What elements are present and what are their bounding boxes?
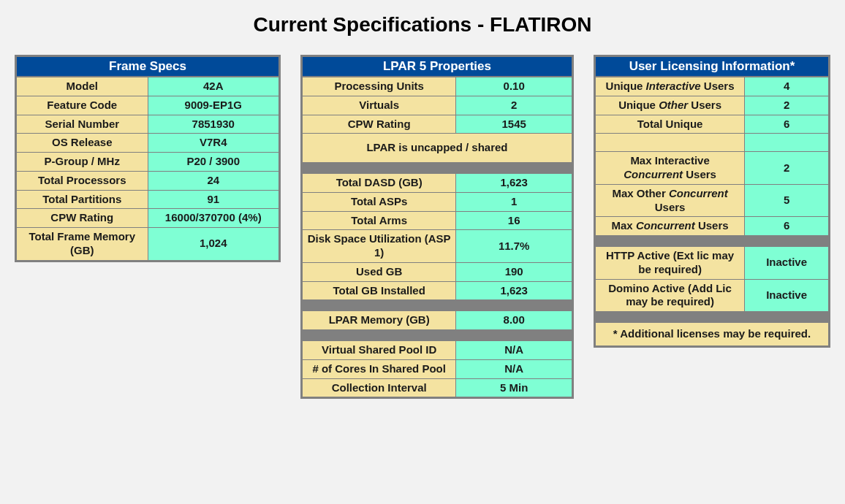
columns-container: Frame Specs Model42A Feature Code9009-EP… [0, 55, 845, 399]
table-row: HTTP Active (Ext lic may be required) In… [596, 247, 829, 280]
table-row: Domino Active (Add Lic may be required) … [596, 279, 829, 312]
lpar-header: LPAR 5 Properties [302, 56, 572, 77]
unique-other-label: Unique Other Users [596, 96, 745, 115]
licensing-panel: User Licensing Information* Unique Inter… [594, 55, 830, 348]
table-row: Total ASPs1 [303, 192, 572, 211]
table-row: Feature Code9009-EP1G [17, 96, 279, 115]
table-row: LPAR Memory (GB)8.00 [303, 311, 572, 330]
table-row: Virtual Shared Pool IDN/A [303, 341, 572, 360]
section-divider [303, 330, 572, 341]
table-row: Max Other Concurrent Users 5 [596, 184, 829, 217]
table-row: OS ReleaseV7R4 [17, 134, 279, 153]
table-row: Total GB Installed1,623 [303, 281, 572, 300]
table-row: Total Processors24 [17, 171, 279, 190]
page-title: Current Specifications - FLATIRON [0, 0, 845, 55]
table-row: Total Arms16 [303, 211, 572, 230]
frame-specs-table: Model42A Feature Code9009-EP1G Serial Nu… [16, 77, 279, 261]
section-divider [303, 163, 572, 174]
table-row: Total DASD (GB)1,623 [303, 174, 572, 193]
lpar-table: Processing Units0.10 Virtuals2 CPW Ratin… [302, 77, 572, 397]
table-row: Total Unique 6 [596, 115, 829, 134]
licensing-footnote: * Additional licenses may be required. [596, 323, 829, 346]
table-row: CPW Rating16000/370700 (4%) [17, 209, 279, 228]
blank-row [596, 134, 829, 152]
table-row: Unique Other Users 2 [596, 96, 829, 115]
lpar-properties-panel: LPAR 5 Properties Processing Units0.10 V… [300, 55, 574, 399]
max-other-label: Max Other Concurrent Users [596, 184, 745, 217]
section-divider [303, 300, 572, 311]
lpar-note: LPAR is uncapped / shared [303, 134, 572, 163]
table-row: Serial Number7851930 [17, 115, 279, 134]
table-row: Disk Space Utilization (ASP 1)11.7% [303, 230, 572, 263]
frame-specs-header: Frame Specs [16, 56, 279, 77]
section-divider [596, 236, 829, 247]
table-row: Total Partitions91 [17, 190, 279, 209]
table-row: P-Group / MHzP20 / 3900 [17, 153, 279, 172]
max-interactive-label: Max Interactive Concurrent Users [596, 152, 745, 185]
unique-interactive-label: Unique Interactive Users [596, 77, 745, 96]
frame-specs-panel: Frame Specs Model42A Feature Code9009-EP… [15, 55, 281, 262]
table-row: Used GB190 [303, 262, 572, 281]
table-row: CPW Rating1545 [303, 115, 572, 134]
table-row: Max Concurrent Users 6 [596, 217, 829, 236]
table-row: Max Interactive Concurrent Users 2 [596, 152, 829, 185]
max-concurrent-label: Max Concurrent Users [596, 217, 745, 236]
table-row: Total Frame Memory (GB)1,024 [17, 228, 279, 261]
table-row: Model42A [17, 77, 279, 96]
table-row: Collection Interval5 Min [303, 378, 572, 397]
table-row: # of Cores In Shared PoolN/A [303, 359, 572, 378]
table-row: Virtuals2 [303, 96, 572, 115]
table-row: Unique Interactive Users 4 [596, 77, 829, 96]
licensing-table: Unique Interactive Users 4 Unique Other … [595, 77, 829, 346]
section-divider [596, 312, 829, 323]
table-row: Processing Units0.10 [303, 77, 572, 96]
licensing-header: User Licensing Information* [595, 56, 829, 77]
